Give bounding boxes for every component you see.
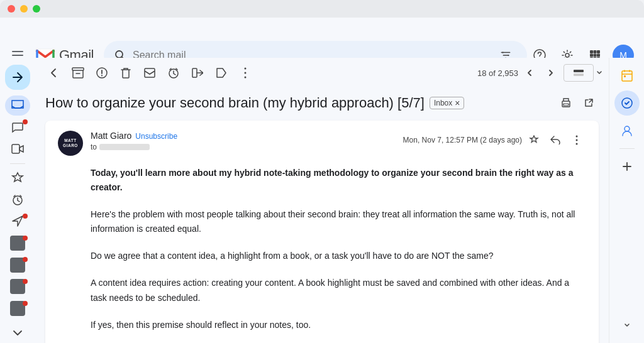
delete-button[interactable] [114,62,137,84]
svg-rect-29 [574,70,584,72]
back-button[interactable] [43,62,65,84]
next-email-button[interactable] [541,63,561,83]
sidebar-item-starred[interactable] [5,168,30,188]
report-spam-button[interactable] [91,62,113,84]
open-in-new-button[interactable] [579,93,599,113]
sidebar-item-meet[interactable] [5,139,30,160]
right-panel-expand-button[interactable] [614,313,640,338]
right-panel-contacts[interactable] [614,118,640,143]
prev-email-button[interactable] [519,63,540,83]
svg-rect-36 [622,71,632,81]
sidebar-item-sent[interactable] [5,211,30,232]
print-button[interactable] [556,93,576,113]
email-toolbar: 18 of 2,953 [35,58,609,88]
svg-rect-10 [590,50,593,53]
email-time: Mon, Nov 7, 12:57 PM (2 days ago) [403,136,522,144]
sidebar-more-button[interactable] [5,322,30,343]
svg-rect-11 [594,50,597,53]
close-button[interactable] [8,5,15,13]
svg-rect-25 [192,68,197,77]
email-message-card: MATT GIARO Matt Giaro Unsubscribe to [45,121,599,343]
star-button[interactable] [525,131,543,150]
email-body-p4: If yes, then this premise should reflect… [91,318,586,332]
svg-rect-23 [145,68,155,77]
svg-rect-19 [12,144,19,153]
right-panel-divider [619,148,635,149]
svg-point-4 [116,51,123,58]
svg-point-35 [576,143,578,145]
sidebar-item-snooze[interactable] [5,189,30,210]
to-label: to [91,143,97,151]
minimize-button[interactable] [20,5,28,13]
svg-rect-32 [564,104,569,106]
sender-avatar: MATT GIARO [58,131,83,156]
archive-button[interactable] [67,62,89,84]
sidebar-divider [10,163,25,164]
email-subject-row: How to organize your second brain (my hy… [45,88,599,121]
to-line: to [91,143,396,151]
mark-as-unread-button[interactable] [138,62,161,84]
reply-button[interactable] [546,131,565,150]
svg-rect-12 [597,50,600,53]
svg-rect-37 [624,75,626,77]
right-panel-tasks[interactable] [614,90,640,116]
svg-rect-30 [574,74,584,76]
sender-name-row: Matt Giaro Unsubscribe [91,131,396,141]
snooze-button[interactable] [162,62,185,84]
email-subject: How to organize your second brain (my hy… [45,95,425,111]
svg-point-34 [576,139,578,141]
pagination-info: 18 of 2,953 [477,68,518,78]
view-dropdown-icon[interactable] [595,68,604,77]
sidebar-item-3[interactable] [5,254,30,275]
recipient-address [99,144,150,150]
svg-rect-14 [594,54,597,57]
labels-button[interactable] [210,62,233,84]
svg-rect-13 [590,54,593,57]
sidebar-item-chat[interactable] [5,117,30,138]
svg-point-28 [245,77,247,79]
view-toggle-button[interactable] [564,64,594,82]
svg-point-9 [565,53,569,57]
svg-point-5 [502,52,503,53]
sidebar-item-5[interactable] [5,298,30,319]
avatar-line2: GIARO [63,143,78,148]
right-panel [609,58,644,343]
email-body-p3: A content idea requires action: creating… [91,276,586,305]
right-panel-calendar[interactable] [614,63,640,88]
sender-name: Matt Giaro [91,131,131,141]
inbox-badge-close[interactable]: × [455,99,460,107]
email-body-p1: Here's the problem with most people talk… [91,207,586,236]
email-body-intro: Today, you'll learn more about my hybrid… [91,166,586,195]
avatar-line1: MATT [63,138,78,143]
more-message-actions-button[interactable] [567,131,586,150]
email-body-p2: Do we agree that a content idea, a highl… [91,249,586,263]
inbox-badge[interactable]: Inbox × [430,97,465,109]
email-subject-actions [556,93,599,113]
svg-point-39 [625,126,630,131]
sender-meta: Matt Giaro Unsubscribe to [91,131,396,151]
email-time-actions: Mon, Nov 7, 12:57 PM (2 days ago) [403,131,586,150]
more-actions-button[interactable] [234,62,257,84]
compose-button[interactable] [0,63,35,92]
sidebar-item-4[interactable] [5,276,30,297]
email-content: How to organize your second brain (my hy… [35,88,609,343]
move-to-button[interactable] [186,62,209,84]
svg-point-26 [245,68,247,70]
svg-point-6 [508,55,509,56]
email-message-header: MATT GIARO Matt Giaro Unsubscribe to [45,121,599,166]
unsubscribe-link[interactable]: Unsubscribe [135,132,177,141]
inbox-badge-label: Inbox [434,99,452,107]
sidebar-item-inbox[interactable] [5,95,30,116]
titlebar [0,0,644,18]
maximize-button[interactable] [33,5,40,13]
email-body: Today, you'll learn more about my hybrid… [45,166,599,343]
email-area: 18 of 2,953 How to organize your second … [35,58,609,343]
svg-rect-1 [12,55,23,56]
svg-point-27 [245,72,247,74]
svg-rect-21 [72,68,84,70]
right-panel-add-button[interactable] [614,154,640,179]
svg-rect-15 [597,54,600,57]
sidebar-item-2[interactable] [5,233,30,254]
left-sidebar [0,58,35,343]
svg-rect-0 [12,51,23,52]
